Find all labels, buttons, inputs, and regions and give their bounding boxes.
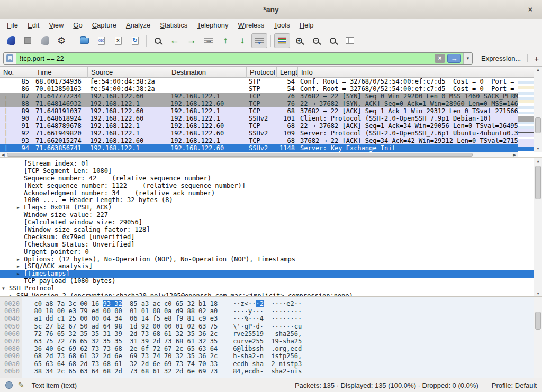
scroll-right-icon[interactable]: ▶: [511, 152, 518, 157]
scroll-down-icon[interactable]: ▼: [534, 145, 542, 152]
colorize-button[interactable]: [274, 33, 290, 48]
packet-row[interactable]: │9471.663856741192.168.122.1192.168.122.…: [0, 144, 518, 152]
column-header-info[interactable]: Info: [298, 67, 542, 78]
hex-row[interactable]: 0070 63 75 72 76 65 32 35 35 31 39 2d 73…: [4, 338, 302, 345]
column-header-destination[interactable]: Destination: [168, 67, 247, 78]
packet-row[interactable]: ┌8771.647777234192.168.122.60192.168.122…: [0, 93, 518, 100]
column-header-source[interactable]: Source: [88, 67, 168, 78]
menu-item-tools[interactable]: Tools: [269, 20, 294, 30]
go-back-button[interactable]: ←: [167, 33, 183, 48]
capture-options-button[interactable]: ⚙: [53, 33, 69, 48]
column-header-no[interactable]: No.: [0, 67, 33, 78]
hex-row[interactable]: 0040 a1 dd c1 25 00 00 04 34 06 14 f5 e8…: [4, 315, 302, 322]
zoom-out-button[interactable]: −: [308, 33, 324, 48]
close-window-icon[interactable]: ×: [525, 4, 536, 15]
expander-icon[interactable]: ▼: [2, 285, 9, 293]
detail-line[interactable]: ▶[SEQ/ACK analysis]: [0, 263, 534, 270]
column-header-time[interactable]: Time: [33, 67, 88, 78]
filter-value[interactable]: !tcp.port == 22: [16, 54, 435, 62]
detail-line[interactable]: Sequence number: 42 (relative sequence n…: [0, 175, 534, 183]
filter-dropdown-icon[interactable]: ▾: [463, 53, 472, 64]
detail-line[interactable]: Window size value: 227: [0, 212, 534, 219]
details-vscrollbar[interactable]: ▲ ▼: [534, 158, 542, 296]
detail-line[interactable]: TCP payload (1080 bytes): [0, 278, 534, 285]
expander-icon[interactable]: ▶: [17, 263, 24, 270]
packet-list-vscrollbar[interactable]: ▲ ▼: [534, 67, 542, 152]
menu-item-view[interactable]: View: [44, 20, 68, 30]
go-top-button[interactable]: ↑: [218, 33, 233, 48]
save-file-button[interactable]: 010: [93, 33, 109, 48]
add-filter-button[interactable]: +: [534, 54, 539, 63]
detail-line[interactable]: [Checksum Status: Unverified]: [0, 241, 534, 249]
hex-row[interactable]: 0030 80 18 00 e3 79 ed 00 00 01 01 08 0a…: [4, 307, 302, 315]
find-packet-button[interactable]: [150, 33, 166, 48]
packet-row[interactable]: │9371.662015274192.168.122.60192.168.122…: [0, 137, 518, 144]
scroll-left-icon[interactable]: ◀: [0, 152, 6, 157]
restart-capture-button[interactable]: [37, 33, 52, 48]
packet-row[interactable]: │8971.648191037192.168.122.60192.168.122…: [0, 107, 518, 115]
hex-row[interactable]: 0090 68 2d 73 68 61 32 2d 6e 69 73 74 70…: [4, 352, 302, 360]
filter-bookmark-button[interactable]: [4, 53, 16, 64]
display-filter-input[interactable]: !tcp.port == 22 × → ▾: [3, 52, 473, 65]
zoom-in-button[interactable]: +: [291, 33, 307, 48]
column-header-protocol[interactable]: Protocol: [247, 67, 277, 78]
intelligent-scrollbar-minimap[interactable]: [518, 78, 534, 152]
menu-item-statistics[interactable]: Statistics: [155, 20, 192, 30]
menu-item-edit[interactable]: Edit: [23, 20, 44, 30]
expander-icon[interactable]: ▶: [17, 270, 24, 278]
filter-clear-button[interactable]: ×: [435, 54, 445, 63]
detail-line[interactable]: ▼SSH Protocol: [0, 285, 534, 293]
hex-row[interactable]: 00b0 38 34 2c 65 63 64 68 2d 73 68 61 32…: [4, 368, 302, 375]
profile-label[interactable]: Profile: Default: [492, 381, 537, 389]
filter-apply-button[interactable]: →: [447, 54, 461, 63]
auto-scroll-button[interactable]: [251, 33, 267, 48]
scrollbar-thumb[interactable]: [535, 312, 541, 330]
menu-item-analyze[interactable]: Analyze: [121, 20, 155, 30]
menu-item-go[interactable]: Go: [68, 20, 87, 30]
open-file-button[interactable]: [76, 33, 92, 48]
hex-row[interactable]: 0060 72 76 65 32 35 35 31 39 2d 73 68 61…: [4, 330, 302, 338]
title-bar[interactable]: *any ×: [0, 0, 542, 19]
packet-row[interactable]: 8670.013850163fe:54:00:d4:38:2aSTP54Conf…: [0, 85, 518, 93]
packet-list-hscrollbar[interactable]: ◀ ▶: [0, 152, 518, 157]
packet-row[interactable]: │9271.661949820192.168.122.1192.168.122.…: [0, 130, 518, 137]
detail-line[interactable]: [Window size scaling factor: 128]: [0, 226, 534, 234]
capture-comment-icon[interactable]: ✎: [18, 381, 24, 389]
scrollbar-thumb[interactable]: [7, 153, 473, 157]
detail-line[interactable]: [Stream index: 0]: [0, 160, 534, 168]
detail-line[interactable]: Urgent pointer: 0: [0, 249, 534, 256]
hex-row[interactable]: 0050 5c 27 b2 67 50 ad 64 98 1d 92 00 00…: [4, 323, 302, 330]
detail-line[interactable]: [Calculated window size: 29056]: [0, 219, 534, 226]
detail-line[interactable]: ▶Options: (12 bytes), No-Operation (NOP)…: [0, 256, 534, 263]
packet-row[interactable]: 8568.001734936fe:54:00:d4:38:2aSTP54Conf…: [0, 78, 518, 85]
expander-icon[interactable]: ▶: [17, 256, 24, 263]
detail-line[interactable]: ▶[Timestamps]: [0, 270, 534, 278]
hex-vscrollbar[interactable]: [534, 297, 542, 378]
start-capture-button[interactable]: [3, 33, 19, 48]
expander-icon[interactable]: ▶: [17, 204, 24, 212]
packet-row[interactable]: │9071.648618924192.168.122.60192.168.122…: [0, 115, 518, 122]
column-header-length[interactable]: Length: [277, 67, 298, 78]
hex-row[interactable]: 0080 36 40 6c 69 62 73 73 68 2e 6f 72 67…: [4, 345, 302, 352]
hex-row[interactable]: 0020 c0 a8 7a 3c 00 16 93 32 85 a3 ac c0…: [4, 300, 302, 307]
detail-line[interactable]: ▶Flags: 0x018 (PSH, ACK): [0, 204, 534, 212]
detail-line[interactable]: Checksum: 0x79ed [unverified]: [0, 234, 534, 241]
hex-row[interactable]: 00a0 65 63 64 68 2d 73 68 61 32 2d 6e 69…: [4, 360, 302, 368]
expert-info-icon[interactable]: [5, 381, 13, 389]
detail-line[interactable]: [TCP Segment Len: 1080]: [0, 168, 534, 175]
scrollbar-thumb[interactable]: [535, 166, 541, 199]
scroll-up-icon[interactable]: ▲: [534, 67, 542, 73]
reload-file-button[interactable]: ↻: [127, 33, 143, 48]
stop-capture-button[interactable]: [20, 33, 35, 48]
go-bottom-button[interactable]: ↓: [234, 33, 250, 48]
menu-item-wireless[interactable]: Wireless: [233, 20, 269, 30]
packet-row[interactable]: │9171.648789678192.168.122.1192.168.122.…: [0, 122, 518, 130]
detail-line[interactable]: Acknowledgment number: 34 (relative ack …: [0, 190, 534, 197]
close-file-button[interactable]: ×: [110, 33, 126, 48]
expression-button[interactable]: Expression...: [481, 54, 521, 62]
menu-item-file[interactable]: File: [2, 20, 23, 30]
packet-row[interactable]: │8871.648146932192.168.122.1192.168.122.…: [0, 100, 518, 107]
go-forward-button[interactable]: →: [184, 33, 200, 48]
zoom-reset-button[interactable]: =: [325, 33, 341, 48]
menu-item-help[interactable]: Help: [295, 20, 319, 30]
